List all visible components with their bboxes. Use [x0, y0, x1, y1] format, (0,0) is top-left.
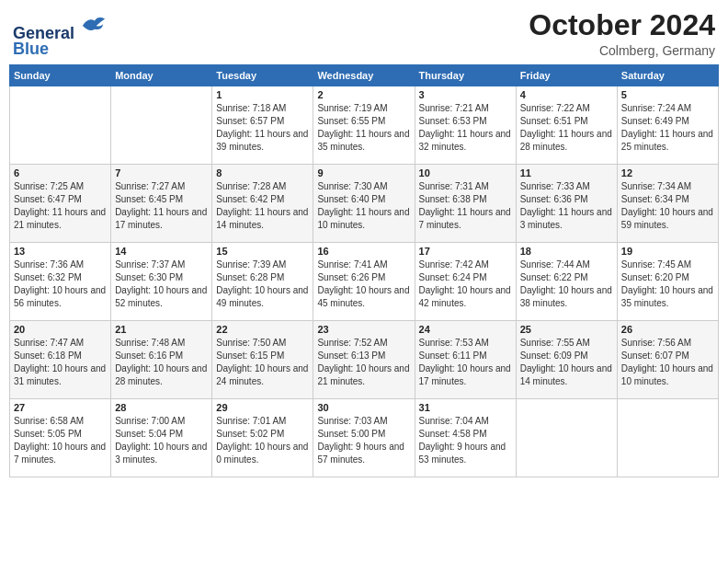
day-number: 20 [14, 324, 107, 335]
calendar-week-row: 6Sunrise: 7:25 AM Sunset: 6:47 PM Daylig… [10, 164, 719, 242]
day-number: 21 [115, 324, 208, 335]
day-info: Sunrise: 7:55 AM Sunset: 6:09 PM Dayligh… [520, 337, 613, 388]
day-number: 6 [14, 167, 107, 178]
calendar-day-cell: 15Sunrise: 7:39 AM Sunset: 6:28 PM Dayli… [212, 242, 313, 320]
calendar-day-cell [10, 86, 111, 164]
day-info: Sunrise: 7:48 AM Sunset: 6:16 PM Dayligh… [115, 337, 208, 388]
day-info: Sunrise: 7:27 AM Sunset: 6:45 PM Dayligh… [115, 180, 208, 232]
day-number: 5 [621, 89, 714, 100]
calendar-day-cell: 16Sunrise: 7:41 AM Sunset: 6:26 PM Dayli… [313, 242, 415, 320]
day-info: Sunrise: 7:34 AM Sunset: 6:34 PM Dayligh… [621, 180, 714, 232]
weekday-header: Sunday [10, 64, 111, 86]
calendar-day-cell: 18Sunrise: 7:44 AM Sunset: 6:22 PM Dayli… [516, 242, 617, 320]
calendar-day-cell: 12Sunrise: 7:34 AM Sunset: 6:34 PM Dayli… [617, 164, 718, 242]
day-number: 23 [317, 324, 410, 335]
calendar-day-cell: 17Sunrise: 7:42 AM Sunset: 6:24 PM Dayli… [415, 242, 516, 320]
calendar-table: SundayMondayTuesdayWednesdayThursdayFrid… [9, 64, 719, 477]
calendar-day-cell: 28Sunrise: 7:00 AM Sunset: 5:04 PM Dayli… [111, 398, 212, 477]
day-number: 9 [317, 167, 410, 178]
day-info: Sunrise: 7:56 AM Sunset: 6:07 PM Dayligh… [621, 337, 714, 388]
day-number: 15 [216, 246, 309, 257]
day-info: Sunrise: 7:33 AM Sunset: 6:36 PM Dayligh… [520, 180, 613, 232]
calendar-day-cell: 26Sunrise: 7:56 AM Sunset: 6:07 PM Dayli… [617, 320, 718, 398]
day-number: 1 [216, 89, 309, 100]
weekday-header: Tuesday [212, 64, 313, 86]
day-info: Sunrise: 7:45 AM Sunset: 6:20 PM Dayligh… [621, 259, 714, 310]
day-info: Sunrise: 7:24 AM Sunset: 6:49 PM Dayligh… [621, 102, 714, 154]
calendar-day-cell: 11Sunrise: 7:33 AM Sunset: 6:36 PM Dayli… [516, 164, 617, 242]
day-info: Sunrise: 7:19 AM Sunset: 6:55 PM Dayligh… [317, 102, 410, 154]
weekday-header: Thursday [415, 64, 516, 86]
calendar-day-cell: 23Sunrise: 7:52 AM Sunset: 6:13 PM Dayli… [313, 320, 415, 398]
calendar-week-row: 1Sunrise: 7:18 AM Sunset: 6:57 PM Daylig… [10, 86, 719, 164]
day-number: 3 [419, 89, 512, 100]
calendar-day-cell: 4Sunrise: 7:22 AM Sunset: 6:51 PM Daylig… [516, 86, 617, 164]
calendar-day-cell: 10Sunrise: 7:31 AM Sunset: 6:38 PM Dayli… [415, 164, 516, 242]
day-number: 14 [115, 246, 208, 257]
day-number: 26 [621, 324, 714, 335]
calendar-day-cell: 8Sunrise: 7:28 AM Sunset: 6:42 PM Daylig… [212, 164, 313, 242]
calendar-day-cell [516, 398, 617, 477]
day-info: Sunrise: 7:31 AM Sunset: 6:38 PM Dayligh… [419, 180, 512, 232]
calendar-week-row: 13Sunrise: 7:36 AM Sunset: 6:32 PM Dayli… [10, 242, 719, 320]
day-number: 24 [419, 324, 512, 335]
day-info: Sunrise: 7:25 AM Sunset: 6:47 PM Dayligh… [14, 180, 107, 232]
day-info: Sunrise: 7:04 AM Sunset: 4:58 PM Dayligh… [419, 415, 512, 466]
day-info: Sunrise: 7:41 AM Sunset: 6:26 PM Dayligh… [317, 259, 410, 310]
calendar-day-cell: 21Sunrise: 7:48 AM Sunset: 6:16 PM Dayli… [111, 320, 212, 398]
day-number: 11 [520, 167, 613, 178]
calendar-day-cell: 31Sunrise: 7:04 AM Sunset: 4:58 PM Dayli… [415, 398, 516, 477]
day-number: 13 [14, 246, 107, 257]
day-number: 4 [520, 89, 613, 100]
day-number: 7 [115, 167, 208, 178]
logo-bird-icon [81, 13, 107, 39]
calendar-day-cell: 20Sunrise: 7:47 AM Sunset: 6:18 PM Dayli… [10, 320, 111, 398]
calendar-header-row: SundayMondayTuesdayWednesdayThursdayFrid… [10, 64, 719, 86]
logo: General Blue [13, 13, 107, 59]
calendar-day-cell: 5Sunrise: 7:24 AM Sunset: 6:49 PM Daylig… [617, 86, 718, 164]
calendar-day-cell: 9Sunrise: 7:30 AM Sunset: 6:40 PM Daylig… [313, 164, 415, 242]
day-number: 2 [317, 89, 410, 100]
weekday-header: Wednesday [313, 64, 415, 86]
calendar-day-cell: 22Sunrise: 7:50 AM Sunset: 6:15 PM Dayli… [212, 320, 313, 398]
day-info: Sunrise: 7:42 AM Sunset: 6:24 PM Dayligh… [419, 259, 512, 310]
calendar-day-cell: 24Sunrise: 7:53 AM Sunset: 6:11 PM Dayli… [415, 320, 516, 398]
day-number: 19 [621, 246, 714, 257]
weekday-header: Monday [111, 64, 212, 86]
day-number: 18 [520, 246, 613, 257]
day-info: Sunrise: 7:50 AM Sunset: 6:15 PM Dayligh… [216, 337, 309, 388]
day-info: Sunrise: 7:03 AM Sunset: 5:00 PM Dayligh… [317, 415, 410, 466]
weekday-header: Friday [516, 64, 617, 86]
calendar-day-cell: 3Sunrise: 7:21 AM Sunset: 6:53 PM Daylig… [415, 86, 516, 164]
day-info: Sunrise: 7:52 AM Sunset: 6:13 PM Dayligh… [317, 337, 410, 388]
weekday-header: Saturday [617, 64, 718, 86]
day-number: 30 [317, 402, 410, 413]
day-info: Sunrise: 7:39 AM Sunset: 6:28 PM Dayligh… [216, 259, 309, 310]
day-number: 10 [419, 167, 512, 178]
day-info: Sunrise: 7:47 AM Sunset: 6:18 PM Dayligh… [14, 337, 107, 388]
day-number: 17 [419, 246, 512, 257]
day-number: 22 [216, 324, 309, 335]
day-number: 29 [216, 402, 309, 413]
day-info: Sunrise: 7:36 AM Sunset: 6:32 PM Dayligh… [14, 259, 107, 310]
logo-text: General [13, 13, 107, 43]
day-info: Sunrise: 7:44 AM Sunset: 6:22 PM Dayligh… [520, 259, 613, 310]
calendar-week-row: 27Sunrise: 6:58 AM Sunset: 5:05 PM Dayli… [10, 398, 719, 477]
calendar-day-cell: 25Sunrise: 7:55 AM Sunset: 6:09 PM Dayli… [516, 320, 617, 398]
location-subtitle: Colmberg, Germany [529, 43, 715, 58]
day-info: Sunrise: 6:58 AM Sunset: 5:05 PM Dayligh… [14, 415, 107, 466]
day-number: 12 [621, 167, 714, 178]
day-number: 28 [115, 402, 208, 413]
day-info: Sunrise: 7:21 AM Sunset: 6:53 PM Dayligh… [419, 102, 512, 154]
calendar-day-cell [617, 398, 718, 477]
day-info: Sunrise: 7:01 AM Sunset: 5:02 PM Dayligh… [216, 415, 309, 466]
day-number: 31 [419, 402, 512, 413]
day-number: 25 [520, 324, 613, 335]
day-number: 27 [14, 402, 107, 413]
calendar-day-cell [111, 86, 212, 164]
calendar-day-cell: 30Sunrise: 7:03 AM Sunset: 5:00 PM Dayli… [313, 398, 415, 477]
day-info: Sunrise: 7:53 AM Sunset: 6:11 PM Dayligh… [419, 337, 512, 388]
calendar-day-cell: 2Sunrise: 7:19 AM Sunset: 6:55 PM Daylig… [313, 86, 415, 164]
day-info: Sunrise: 7:18 AM Sunset: 6:57 PM Dayligh… [216, 102, 309, 154]
month-title: October 2024 [529, 9, 715, 41]
